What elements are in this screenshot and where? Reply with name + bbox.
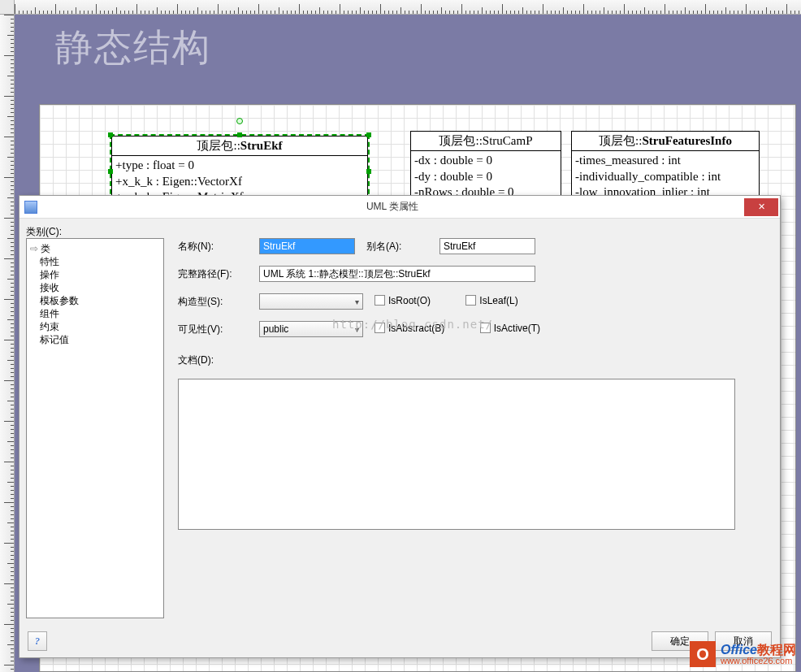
rotate-handle[interactable] (236, 118, 243, 124)
resize-handle[interactable] (108, 169, 113, 174)
name-label: 名称(N): (178, 240, 259, 254)
doc-label: 文档(D): (178, 353, 259, 367)
tree-item-receptions[interactable]: 接收 (30, 281, 160, 294)
dialog-icon (24, 201, 37, 214)
stereotype-combo[interactable] (259, 293, 363, 310)
ruler-corner (0, 0, 15, 15)
watermark-text: http://blog.csdn.net/ (332, 318, 493, 331)
uml-class-title[interactable]: 顶层包::StruEkf (111, 136, 368, 156)
close-button[interactable]: ✕ (744, 198, 778, 216)
resize-handle[interactable] (237, 132, 242, 137)
tree-item-attributes[interactable]: 特性 (30, 255, 160, 268)
ruler-vertical[interactable] (0, 15, 15, 672)
doc-textarea[interactable] (178, 379, 735, 530)
background-title: 静态结构 (55, 23, 211, 73)
uml-class-title[interactable]: 顶层包::StruFeaturesInfo (571, 131, 760, 151)
uml-class-properties-dialog: UML 类属性 ✕ 类别(C): 类 特性 操作 接收 模板参数 组件 约束 标… (19, 195, 781, 658)
tree-item-template-params[interactable]: 模板参数 (30, 294, 160, 307)
tree-item-components[interactable]: 组件 (30, 307, 160, 320)
category-label: 类别(C): (26, 225, 773, 239)
dialog-titlebar[interactable]: UML 类属性 ✕ (19, 196, 780, 219)
name-input[interactable] (259, 238, 355, 254)
logo-icon: O (690, 641, 716, 667)
uml-class-title[interactable]: 顶层包::StruCamP (410, 131, 561, 151)
resize-handle[interactable] (366, 132, 371, 137)
stereotype-label: 构造型(S): (178, 295, 259, 309)
resize-handle[interactable] (366, 169, 371, 174)
uml-class-strufeaturesinfo[interactable]: 顶层包::StruFeaturesInfo -times_measured : … (571, 131, 760, 203)
category-tree[interactable]: 类 特性 操作 接收 模板参数 组件 约束 标记值 (26, 238, 164, 618)
ruler-horizontal[interactable] (15, 0, 801, 15)
dialog-title: UML 类属性 (42, 200, 743, 214)
alias-input[interactable] (439, 238, 535, 254)
tree-item-tagged-values[interactable]: 标记值 (30, 333, 160, 346)
help-button[interactable]: ? (28, 631, 47, 651)
isleaf-checkbox[interactable]: IsLeaf(L) (465, 295, 517, 306)
resize-handle[interactable] (108, 132, 113, 137)
form-panel: 名称(N): 别名(A): 完整路径(F): 构造型(S): IsRoot(O)… (178, 238, 773, 618)
dialog-footer: ? 确定 取消 (19, 625, 780, 657)
visibility-label: 可见性(V): (178, 323, 259, 336)
isroot-checkbox[interactable]: IsRoot(O) (375, 295, 431, 306)
alias-label: 别名(A): (366, 240, 439, 254)
fullpath-input (259, 266, 535, 282)
tree-item-operations[interactable]: 操作 (30, 268, 160, 281)
tree-item-class[interactable]: 类 (30, 242, 160, 255)
fullpath-label: 完整路径(F): (178, 267, 259, 281)
uml-class-strucamp[interactable]: 顶层包::StruCamP -dx : double = 0 -dy : dou… (410, 131, 561, 203)
watermark-logo: O Office教程网 www.office26.com (690, 641, 796, 667)
tree-item-constraints[interactable]: 约束 (30, 320, 160, 333)
